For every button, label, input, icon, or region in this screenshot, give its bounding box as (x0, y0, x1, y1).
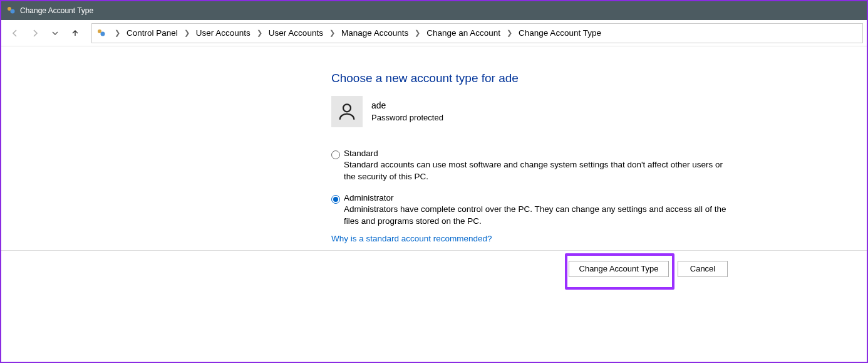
user-accounts-icon (6, 6, 16, 16)
breadcrumb-item[interactable]: Control Panel (125, 28, 179, 38)
back-button[interactable] (5, 23, 25, 43)
svg-point-4 (343, 104, 351, 112)
user-block: ade Password protected (331, 96, 443, 127)
recent-locations-dropdown[interactable] (45, 23, 65, 43)
avatar (331, 96, 363, 127)
chevron-right-icon: ❯ (412, 29, 423, 37)
chevron-right-icon: ❯ (182, 29, 192, 37)
breadcrumb-item[interactable]: User Accounts (195, 28, 252, 38)
breadcrumb-item[interactable]: Manage Accounts (340, 28, 410, 38)
account-status: Password protected (371, 112, 443, 124)
change-account-type-button[interactable]: Change Account Type (569, 261, 669, 277)
radio-icon[interactable] (331, 195, 340, 204)
svg-point-1 (11, 9, 15, 14)
up-button[interactable] (65, 23, 85, 43)
content-area: Choose a new account type for ade ade Pa… (1, 48, 867, 362)
window-title: Change Account Type (20, 6, 93, 15)
account-name: ade (371, 99, 443, 112)
radio-description: Standard accounts can use most software … (344, 159, 732, 183)
chevron-right-icon: ❯ (327, 29, 338, 37)
account-type-options: Standard Standard accounts can use most … (331, 149, 732, 238)
svg-point-3 (101, 31, 105, 36)
chevron-right-icon: ❯ (254, 29, 265, 37)
user-accounts-icon (96, 28, 107, 39)
breadcrumb-item[interactable]: User Accounts (267, 28, 324, 38)
cancel-button[interactable]: Cancel (678, 261, 728, 277)
radio-administrator[interactable]: Administrator Administrators have comple… (331, 193, 732, 228)
help-link-standard-account[interactable]: Why is a standard account recommended? (331, 234, 492, 243)
radio-icon[interactable] (331, 150, 340, 159)
page-heading: Choose a new account type for ade (331, 71, 519, 85)
radio-label: Administrator (344, 193, 732, 203)
chevron-right-icon: ❯ (504, 29, 515, 37)
breadcrumb-item[interactable]: Change an Account (425, 28, 502, 38)
footer-actions: Change Account Type Cancel (1, 250, 867, 287)
titlebar: Change Account Type (1, 1, 867, 20)
chevron-right-icon: ❯ (112, 29, 123, 37)
nav-row: ❯ Control Panel ❯ User Accounts ❯ User A… (1, 20, 867, 46)
radio-label: Standard (344, 149, 732, 158)
breadcrumb-item[interactable]: Change Account Type (517, 28, 602, 38)
forward-button[interactable] (25, 23, 45, 43)
radio-description: Administrators have complete control ove… (344, 204, 732, 228)
radio-standard[interactable]: Standard Standard accounts can use most … (331, 149, 732, 183)
breadcrumb[interactable]: ❯ Control Panel ❯ User Accounts ❯ User A… (91, 23, 863, 43)
